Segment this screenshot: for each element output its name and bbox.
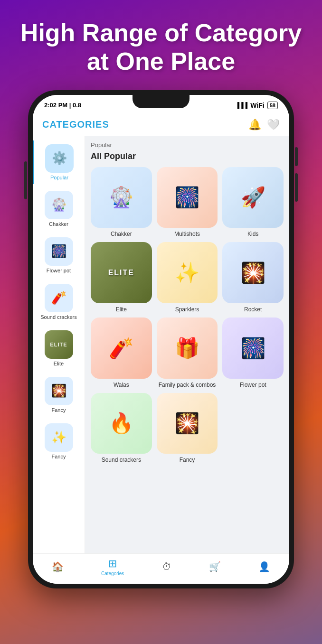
flowerpot-icon-container: 🎆 (45, 237, 73, 266)
sidebar-item-label-flowerpot: Flower pot (47, 268, 71, 273)
profile-icon: 👤 (258, 561, 270, 572)
multishots-label: Multishots (174, 231, 200, 237)
popular-icon-container: ⚙️ (45, 144, 74, 173)
sidebar-item-label-soundcrackers: Sound crackers (40, 314, 76, 320)
category-elite[interactable]: ELITE Elite (91, 242, 152, 313)
sidebar-item-popular[interactable]: ⚙️ Popular (33, 140, 85, 184)
sidebar-item-label-fancy2: Fancy (52, 454, 66, 459)
category-walas[interactable]: 🧨 Walas (91, 317, 152, 388)
phone-screen: 2:02 PM | 0.8 ▐▐▐ WiFi 58 CATEGORIES 🔔 🤍 (33, 95, 289, 584)
app-title: CATEGORIES (42, 119, 109, 130)
status-time: 2:02 PM | 0.8 (44, 102, 81, 109)
nav-categories[interactable]: ⊞ Categories (101, 558, 124, 576)
flowerpot2-box: 🎆 (222, 317, 284, 379)
soundcrackers-icon-container: 🧨 (45, 284, 73, 312)
nav-cart[interactable]: 🛒 (209, 561, 221, 572)
favorite-button[interactable]: 🤍 (267, 119, 280, 131)
multishots-box: 🎆 (157, 167, 218, 228)
hero-title: High Range of Category at One Place (0, 0, 322, 85)
chakker-icon-container: 🎡 (45, 191, 73, 219)
flowerpot2-label: Flower pot (240, 382, 266, 388)
category-rocket[interactable]: 🎇 Rocket (222, 242, 284, 313)
nav-profile[interactable]: 👤 (258, 561, 270, 572)
sidebar-item-label-fancy: Fancy (52, 407, 66, 413)
timer-icon: ⏱ (162, 561, 171, 572)
category-multishots[interactable]: 🎆 Multishots (157, 167, 218, 238)
category-kids[interactable]: 🚀 Kids (222, 167, 284, 238)
sidebar-item-flowerpot[interactable]: 🎆 Flower pot (33, 233, 85, 277)
fancy2-box: 🎇 (157, 393, 218, 454)
header-icons: 🔔 🤍 (248, 119, 280, 131)
kids-box: 🚀 (222, 167, 284, 228)
phone-notch (133, 95, 189, 108)
categories-icon: ⊞ (108, 558, 117, 570)
rocket-box: 🎇 (222, 242, 284, 303)
content-area: ⚙️ Popular 🎡 Chakker 🎆 Flower pot (33, 136, 289, 553)
popular-header: Popular (91, 141, 284, 149)
cart-icon: 🛒 (209, 561, 221, 572)
main-area: Popular All Popular 🎡 Chakker (85, 136, 289, 553)
app-header: CATEGORIES 🔔 🤍 (33, 114, 289, 136)
elite-icon-container: ELITE (45, 330, 73, 359)
category-grid: 🎡 Chakker 🎆 Multishots 🚀 (91, 167, 284, 464)
fancy2-label: Fancy (180, 457, 195, 463)
sparklers-box: ✨ (157, 242, 218, 303)
category-soundcrackers2[interactable]: 🔥 Sound crackers (91, 393, 152, 464)
notification-button[interactable]: 🔔 (248, 119, 261, 131)
sidebar-item-fancy[interactable]: 🎇 Fancy (33, 373, 85, 417)
walas-label: Walas (114, 382, 129, 388)
fancy2-icon-container: ✨ (45, 423, 73, 452)
elite-box: ELITE (91, 242, 152, 303)
phone-mockup: 2:02 PM | 0.8 ▐▐▐ WiFi 58 CATEGORIES 🔔 🤍 (28, 90, 294, 588)
signal-icon: ▐▐▐ (236, 102, 248, 109)
sidebar-item-fancy2[interactable]: ✨ Fancy (33, 420, 85, 463)
soundcrackers2-label: Sound crackers (102, 457, 141, 463)
bottom-nav: 🏠 ⊞ Categories ⏱ 🛒 👤 (33, 553, 289, 584)
sidebar-item-label-chakker: Chakker (49, 221, 68, 227)
nav-home[interactable]: 🏠 (52, 561, 64, 572)
all-popular-heading: All Popular (91, 151, 284, 161)
categories-nav-label: Categories (101, 571, 124, 576)
battery-icon: 58 (267, 102, 278, 109)
familypack-label: Family pack & combos (159, 382, 216, 388)
walas-box: 🧨 (91, 317, 152, 379)
category-sparklers[interactable]: ✨ Sparklers (157, 242, 218, 313)
sidebar-item-label-elite: Elite (54, 361, 64, 366)
sidebar-item-chakker[interactable]: 🎡 Chakker (33, 187, 85, 231)
sidebar-item-elite[interactable]: ELITE Elite (33, 327, 85, 370)
fancy-icon-container: 🎇 (45, 377, 73, 405)
power-button (24, 161, 27, 199)
chakker-box: 🎡 (91, 167, 152, 228)
hero-section: High Range of Category at One Place (0, 0, 322, 85)
nav-timer[interactable]: ⏱ (162, 561, 171, 572)
category-fancy2[interactable]: 🎇 Fancy (157, 393, 218, 464)
home-icon: 🏠 (52, 561, 64, 572)
sidebar-item-soundcrackers[interactable]: 🧨 Sound crackers (33, 280, 85, 324)
familypack-box: 🎁 (157, 317, 218, 379)
sparklers-label: Sparklers (175, 306, 199, 313)
chakker-label: Chakker (111, 231, 132, 237)
sidebar-item-label-popular: Popular (50, 175, 68, 180)
volume-up-button (295, 147, 298, 166)
sidebar: ⚙️ Popular 🎡 Chakker 🎆 Flower pot (33, 136, 85, 553)
rocket-label: Rocket (244, 306, 262, 313)
wifi-icon: WiFi (250, 102, 264, 109)
category-flowerpot2[interactable]: 🎆 Flower pot (222, 317, 284, 388)
elite-label: Elite (116, 306, 127, 313)
category-chakker[interactable]: 🎡 Chakker (91, 167, 152, 238)
popular-divider (116, 145, 284, 145)
kids-label: Kids (247, 231, 258, 237)
popular-label: Popular (91, 141, 112, 149)
soundcrackers2-box: 🔥 (91, 393, 152, 454)
category-familypack[interactable]: 🎁 Family pack & combos (157, 317, 218, 388)
volume-down-button (295, 173, 298, 202)
